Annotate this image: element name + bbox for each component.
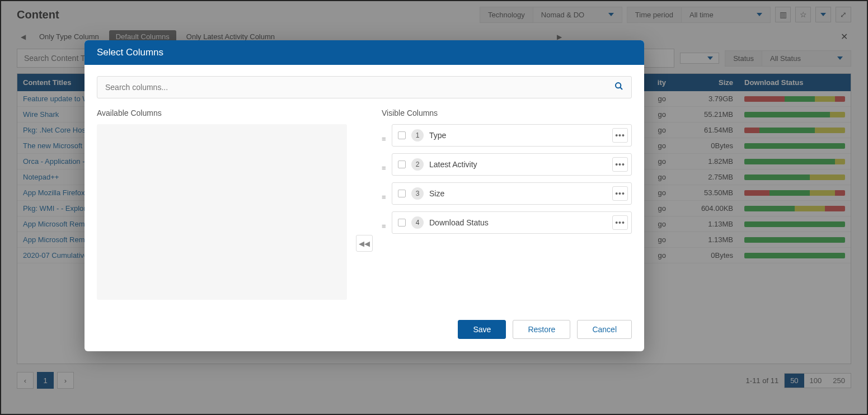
column-item-menu[interactable]: •••: [612, 157, 628, 172]
visible-columns-label: Visible Columns: [382, 109, 632, 117]
drag-handle-icon[interactable]: ≡: [382, 193, 390, 201]
drag-handle-icon[interactable]: ≡: [382, 164, 390, 172]
column-order-badge: 2: [411, 158, 424, 171]
column-order-badge: 4: [411, 216, 424, 229]
column-order-badge: 3: [411, 187, 424, 200]
cancel-button[interactable]: Cancel: [577, 320, 632, 339]
move-all-left-button[interactable]: ◀◀: [356, 235, 373, 252]
column-label: Type: [429, 131, 607, 140]
available-columns-box: [97, 124, 347, 300]
column-label: Latest Activity: [429, 160, 607, 169]
svg-line-1: [620, 87, 622, 89]
column-checkbox[interactable]: [398, 219, 406, 227]
modal-title: Select Columns: [85, 40, 644, 65]
column-checkbox[interactable]: [398, 161, 406, 168]
save-button[interactable]: Save: [458, 320, 506, 339]
svg-point-0: [616, 83, 621, 88]
visible-column-item[interactable]: 4Download Status•••: [392, 211, 632, 234]
column-checkbox[interactable]: [398, 131, 406, 139]
column-item-menu[interactable]: •••: [612, 128, 628, 143]
restore-button[interactable]: Restore: [513, 320, 570, 339]
visible-column-item[interactable]: 3Size•••: [392, 182, 632, 205]
column-label: Size: [429, 189, 607, 198]
available-columns-label: Available Columns: [97, 109, 347, 117]
visible-column-item[interactable]: 2Latest Activity•••: [392, 153, 632, 176]
visible-column-item[interactable]: 1Type•••: [392, 124, 632, 147]
column-item-menu[interactable]: •••: [612, 186, 628, 201]
column-checkbox[interactable]: [398, 190, 406, 197]
drag-handle-icon[interactable]: ≡: [382, 135, 390, 143]
search-icon[interactable]: [614, 82, 623, 93]
select-columns-modal: Select Columns Available Columns ◀◀ Visi…: [85, 40, 644, 351]
column-search-input[interactable]: [105, 83, 614, 92]
column-item-menu[interactable]: •••: [612, 215, 628, 230]
drag-handle-icon[interactable]: ≡: [382, 222, 390, 230]
column-order-badge: 1: [411, 129, 424, 142]
column-label: Download Status: [429, 218, 607, 227]
